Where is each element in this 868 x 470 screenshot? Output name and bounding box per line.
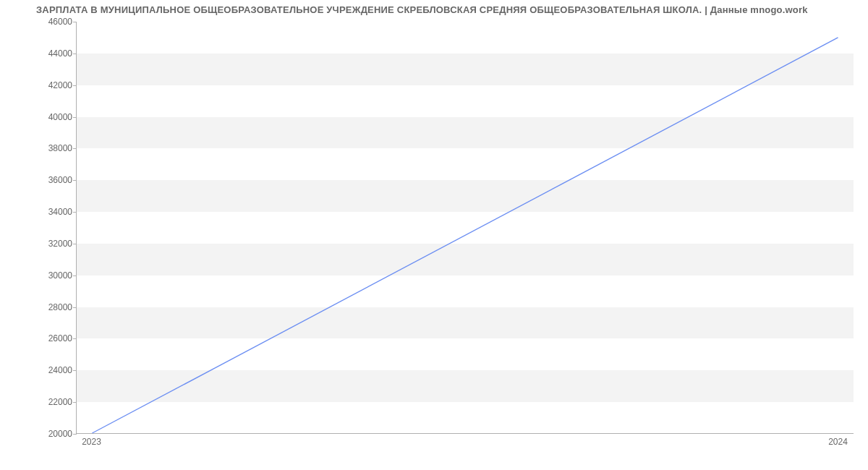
y-tick-label: 26000	[29, 333, 72, 343]
y-tick-label: 32000	[29, 239, 72, 249]
y-tick-mark	[73, 338, 77, 339]
line-layer	[77, 22, 854, 433]
y-tick-mark	[73, 85, 77, 86]
y-tick-label: 36000	[29, 175, 72, 185]
x-tick-label: 2023	[82, 437, 101, 447]
y-tick-mark	[73, 275, 77, 276]
y-tick-mark	[73, 148, 77, 149]
y-tick-mark	[73, 370, 77, 371]
y-tick-label: 20000	[29, 429, 72, 439]
y-tick-mark	[73, 22, 77, 22]
y-tick-label: 28000	[29, 302, 72, 312]
y-tick-mark	[73, 434, 77, 435]
y-tick-mark	[73, 180, 77, 181]
y-tick-mark	[73, 244, 77, 244]
y-tick-mark	[73, 212, 77, 213]
y-tick-label: 44000	[29, 48, 72, 59]
y-tick-label: 38000	[29, 143, 72, 153]
y-tick-mark	[73, 307, 77, 308]
salary-line-chart: ЗАРПЛАТА В МУНИЦИПАЛЬНОЕ ОБЩЕОБРАЗОВАТЕЛ…	[0, 0, 868, 470]
series-line	[92, 38, 838, 433]
y-tick-label: 22000	[29, 397, 72, 407]
plot-area	[76, 22, 854, 434]
y-tick-label: 30000	[29, 270, 72, 281]
y-tick-label: 46000	[29, 17, 72, 27]
y-tick-label: 34000	[29, 207, 72, 217]
y-tick-mark	[73, 54, 77, 54]
chart-title: ЗАРПЛАТА В МУНИЦИПАЛЬНОЕ ОБЩЕОБРАЗОВАТЕЛ…	[36, 4, 808, 15]
y-tick-label: 42000	[29, 80, 72, 90]
x-tick-label: 2024	[828, 437, 848, 447]
y-tick-label: 24000	[29, 365, 72, 375]
y-tick-mark	[73, 117, 77, 118]
y-tick-mark	[73, 402, 77, 403]
y-tick-label: 40000	[29, 112, 72, 122]
